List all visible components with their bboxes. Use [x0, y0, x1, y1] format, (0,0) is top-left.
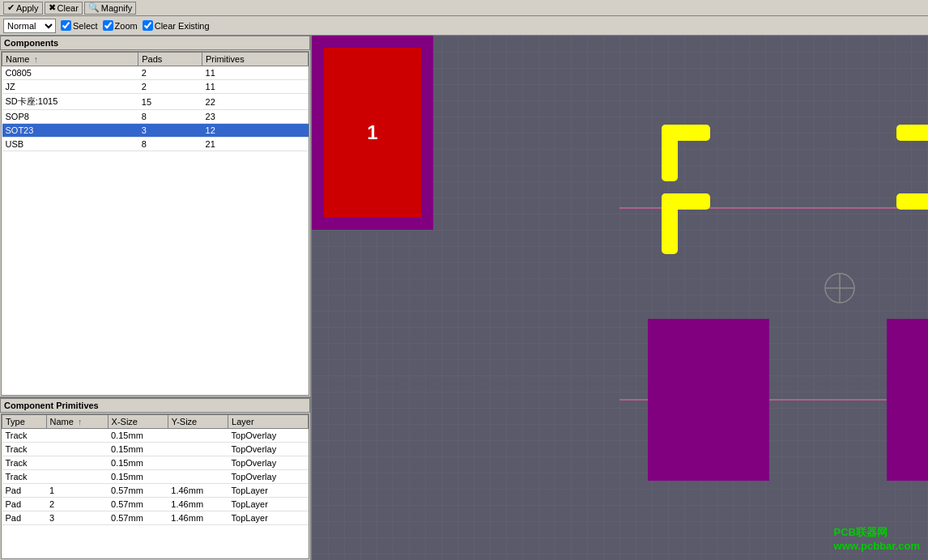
- prim-xsize: 0.57mm: [108, 484, 168, 498]
- comp-name: SOP8: [2, 110, 138, 124]
- prim-type: Track: [2, 429, 47, 443]
- comp-primitives: 12: [202, 124, 309, 138]
- prim-name: [46, 470, 108, 484]
- prim-layer: TopLayer: [228, 484, 309, 498]
- prim-type: Track: [2, 470, 47, 484]
- comp-pads: 8: [138, 138, 202, 151]
- comp-primitives: 11: [202, 80, 309, 94]
- prim-xsize: 0.15mm: [108, 470, 168, 484]
- options-bar: Normal Highlight Mask Select Zoom Clear …: [0, 16, 928, 36]
- prim-ysize: [168, 470, 228, 484]
- components-header: Components: [0, 36, 310, 50]
- prim-xsize: 0.57mm: [108, 498, 168, 511]
- comp-pads: 8: [138, 110, 202, 124]
- table-row[interactable]: Track 0.15mm TopOverlay: [2, 456, 309, 470]
- apply-button[interactable]: ✔ Apply: [3, 2, 43, 15]
- prim-layer: TopLayer: [228, 511, 309, 525]
- magnify-button[interactable]: 🔍 Magnify: [84, 2, 137, 15]
- table-row[interactable]: SOT23 3 12: [2, 124, 309, 138]
- prim-type: Pad: [2, 484, 47, 498]
- clear-existing-option[interactable]: Clear Existing: [143, 20, 210, 31]
- prim-type: Pad: [2, 511, 47, 525]
- pcol-layer[interactable]: Layer: [228, 415, 309, 429]
- prim-xsize: 0.57mm: [108, 511, 168, 525]
- col-name[interactable]: Name ↑: [2, 53, 138, 66]
- prim-xsize: 0.15mm: [108, 456, 168, 470]
- comp-pads: 2: [138, 66, 202, 80]
- pad1: 1: [324, 48, 421, 218]
- prim-ysize: 1.46mm: [168, 498, 228, 511]
- table-row[interactable]: Pad 1 0.57mm 1.46mm TopLayer: [2, 484, 309, 498]
- comp-name: JZ: [2, 80, 138, 94]
- clear-button[interactable]: ✖ Clear: [45, 2, 83, 15]
- table-row[interactable]: C0805 2 11: [2, 66, 309, 80]
- prim-xsize: 0.15mm: [108, 429, 168, 443]
- comp-primitives: 22: [202, 94, 309, 110]
- table-row[interactable]: Pad 2 0.57mm 1.46mm TopLayer: [2, 498, 309, 511]
- table-row[interactable]: Track 0.15mm TopOverlay: [2, 443, 309, 456]
- comp-pads: 3: [138, 124, 202, 138]
- pcol-type[interactable]: Type: [2, 415, 47, 429]
- comp-primitives: 23: [202, 110, 309, 124]
- prim-name: 1: [46, 484, 108, 498]
- zoom-checkbox[interactable]: [103, 20, 113, 31]
- prim-type: Pad: [2, 498, 47, 511]
- prim-type: Track: [2, 443, 47, 456]
- select-option[interactable]: Select: [61, 20, 98, 31]
- prim-name: 2: [46, 498, 108, 511]
- mode-select[interactable]: Normal Highlight Mask: [3, 19, 56, 33]
- table-row[interactable]: SD卡座:1015 15 22: [2, 94, 309, 110]
- pad2-outer: 2: [648, 319, 769, 481]
- components-table: Name ↑ Pads Primitives C0805 2 11 JZ 2 1…: [2, 52, 309, 151]
- prim-name: [46, 456, 108, 470]
- watermark: PCB联器网 www.pcbbar.com: [834, 525, 920, 552]
- prim-name: [46, 443, 108, 456]
- primitives-table: Type Name ↑ X-Size Y-Size Layer Track 0.…: [2, 414, 309, 525]
- comp-name: SD卡座:1015: [2, 94, 138, 110]
- comp-pads: 2: [138, 80, 202, 94]
- prim-ysize: [168, 456, 228, 470]
- toolbar: ✔ Apply ✖ Clear 🔍 Magnify: [0, 0, 928, 16]
- clear-icon: ✖: [49, 2, 56, 13]
- table-row[interactable]: USB 8 21: [2, 138, 309, 151]
- prim-layer: TopOverlay: [228, 429, 309, 443]
- comp-primitives: 21: [202, 138, 309, 151]
- pcol-ysize[interactable]: Y-Size: [168, 415, 228, 429]
- prim-layer: TopLayer: [228, 498, 309, 511]
- prim-ysize: 1.46mm: [168, 511, 228, 525]
- table-row[interactable]: Track 0.15mm TopOverlay: [2, 470, 309, 484]
- prim-type: Track: [2, 456, 47, 470]
- components-section: Components Name ↑ Pads Primitives C0805 …: [0, 36, 310, 398]
- comp-pads: 15: [138, 94, 202, 110]
- zoom-option[interactable]: Zoom: [103, 20, 138, 31]
- table-row[interactable]: SOP8 8 23: [2, 110, 309, 124]
- table-row[interactable]: Pad 3 0.57mm 1.46mm TopLayer: [2, 511, 309, 525]
- magnify-icon: 🔍: [88, 2, 100, 13]
- table-row[interactable]: JZ 2 11: [2, 80, 309, 94]
- col-primitives[interactable]: Primitives: [202, 53, 309, 66]
- pcol-name[interactable]: Name ↑: [46, 415, 108, 429]
- primitives-table-container[interactable]: Type Name ↑ X-Size Y-Size Layer Track 0.…: [1, 414, 309, 559]
- components-table-container[interactable]: Name ↑ Pads Primitives C0805 2 11 JZ 2 1…: [1, 51, 309, 396]
- prim-ysize: [168, 443, 228, 456]
- pcol-xsize[interactable]: X-Size: [108, 415, 168, 429]
- select-checkbox[interactable]: [61, 20, 71, 31]
- prim-layer: TopOverlay: [228, 443, 309, 456]
- apply-icon: ✔: [7, 2, 15, 13]
- prim-ysize: [168, 429, 228, 443]
- pad1-outer: 1: [312, 36, 433, 230]
- comp-name: SOT23: [2, 124, 138, 138]
- prim-layer: TopOverlay: [228, 470, 309, 484]
- left-panel: Components Name ↑ Pads Primitives C0805 …: [0, 36, 312, 560]
- comp-name: USB: [2, 138, 138, 151]
- primitives-header: Component Primitives: [0, 398, 310, 413]
- pad3-outer: 3: [887, 319, 928, 481]
- col-pads[interactable]: Pads: [138, 53, 202, 66]
- clear-existing-checkbox[interactable]: [143, 20, 153, 31]
- comp-primitives: 11: [202, 66, 309, 80]
- prim-xsize: 0.15mm: [108, 443, 168, 456]
- prim-ysize: 1.46mm: [168, 484, 228, 498]
- primitives-section: Component Primitives Type Name ↑ X-Size …: [0, 398, 310, 560]
- canvas-area[interactable]: 1 2 3 PCB联器网 www.pcbbar.com: [312, 36, 928, 560]
- table-row[interactable]: Track 0.15mm TopOverlay: [2, 429, 309, 443]
